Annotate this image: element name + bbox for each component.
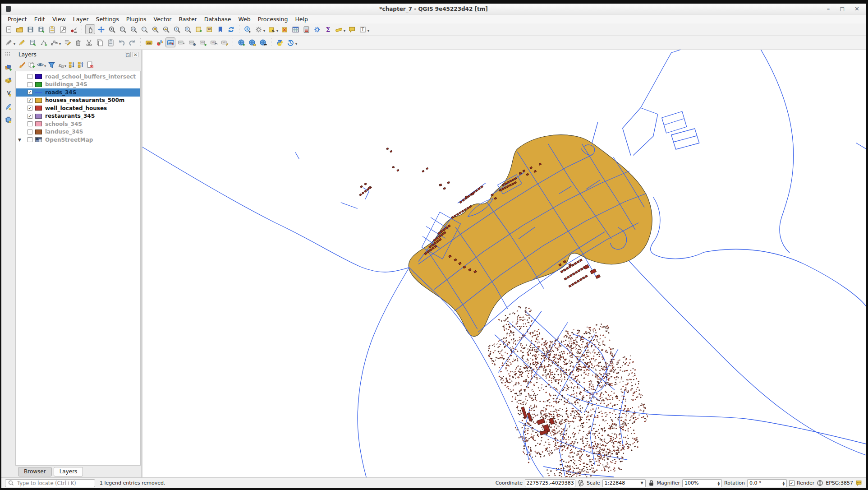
- processing-toolbox-icon[interactable]: [312, 24, 322, 34]
- toggle-editing-icon[interactable]: [17, 37, 27, 47]
- move-label-icon[interactable]: ab: [198, 37, 208, 47]
- identify-features-icon[interactable]: i: [243, 24, 253, 34]
- run-feature-action-icon[interactable]: [253, 24, 263, 34]
- layer-checkbox[interactable]: [28, 121, 32, 126]
- render-checkbox[interactable]: ✓: [789, 481, 795, 486]
- zoom-to-selection-icon[interactable]: [150, 24, 160, 34]
- locator-input[interactable]: [16, 480, 92, 487]
- vertex-tool-icon-dropdown[interactable]: ▾: [59, 42, 61, 46]
- layer-checkbox[interactable]: [28, 82, 32, 87]
- layer-item-landuse_34S[interactable]: landuse_34S: [16, 128, 140, 136]
- new-map-view-icon[interactable]: [193, 24, 203, 34]
- layer-item-houses_restaurants_500m[interactable]: ✓houses_restaurants_500m: [16, 97, 140, 105]
- text-annotation-icon[interactable]: T: [358, 24, 367, 34]
- pin-labels-icon[interactable]: ab: [176, 37, 186, 47]
- change-label-icon[interactable]: ab: [220, 37, 230, 47]
- run-feature-action-icon-dropdown[interactable]: ▾: [263, 29, 265, 33]
- labeling-options-icon[interactable]: ab: [165, 37, 175, 47]
- minimize-button[interactable]: –: [827, 6, 830, 12]
- layer-checkbox[interactable]: [28, 129, 32, 134]
- data-source-manager-icon[interactable]: [3, 62, 13, 72]
- panel-close-icon[interactable]: ✕: [133, 52, 138, 57]
- collapse-all-icon[interactable]: [76, 60, 85, 69]
- layer-checkbox[interactable]: [28, 137, 32, 142]
- current-edits-icon[interactable]: [4, 37, 14, 47]
- copy-features-icon[interactable]: [95, 37, 105, 47]
- filter-by-expression-icon[interactable]: ε: [56, 60, 65, 69]
- zoom-out-icon[interactable]: [118, 24, 128, 34]
- panel-tab-browser[interactable]: Browser: [18, 467, 52, 476]
- web-service-icon[interactable]: [247, 37, 257, 47]
- style-manager-icon[interactable]: [69, 24, 78, 34]
- maximize-button[interactable]: ◻: [840, 6, 845, 12]
- modify-attributes-icon[interactable]: [62, 37, 72, 47]
- zoom-native-icon[interactable]: 1:1: [129, 24, 138, 34]
- new-3d-map-view-icon[interactable]: 3D: [204, 24, 214, 34]
- menu-project[interactable]: Project: [4, 15, 31, 23]
- layer-expander-icon[interactable]: ▼: [18, 138, 21, 142]
- panel-float-icon[interactable]: ◳: [125, 52, 131, 57]
- scale-combo[interactable]: 1:22848▼: [602, 479, 646, 487]
- toolbar-handle[interactable]: [5, 51, 11, 56]
- layer-checkbox[interactable]: ✓: [28, 98, 32, 103]
- zoom-to-layer-icon[interactable]: [161, 24, 171, 34]
- layer-checkbox[interactable]: ✓: [28, 106, 32, 111]
- layer-item-road_school_buffers_intersect[interactable]: road_school_buffers_intersect: [16, 73, 140, 81]
- layer-labeling-icon[interactable]: abc: [144, 37, 154, 47]
- manage-map-themes-icon[interactable]: [36, 60, 45, 69]
- add-geopackage-icon[interactable]: [3, 75, 13, 85]
- add-group-icon[interactable]: [27, 60, 36, 69]
- layer-item-buildings_34S[interactable]: buildings_34S: [16, 81, 140, 89]
- map-canvas[interactable]: [142, 50, 866, 477]
- layer-checkbox[interactable]: [28, 74, 32, 79]
- layer-checkbox[interactable]: ✓: [28, 114, 32, 119]
- layer-item-roads_34S[interactable]: ✓roads_34S: [16, 88, 140, 97]
- select-features-icon[interactable]: [266, 24, 276, 34]
- layout-manager-icon[interactable]: [58, 24, 68, 34]
- zoom-next-icon[interactable]: [183, 24, 193, 34]
- locator-box[interactable]: [5, 479, 95, 487]
- zoom-last-icon[interactable]: [172, 24, 182, 34]
- catalog-search-icon[interactable]: [258, 37, 268, 47]
- redo-icon[interactable]: [127, 37, 137, 47]
- menu-edit[interactable]: Edit: [31, 15, 49, 23]
- expand-all-icon[interactable]: [67, 60, 76, 69]
- current-edits-icon-dropdown[interactable]: ▾: [14, 42, 15, 46]
- pan-map-icon[interactable]: [85, 24, 95, 34]
- pan-to-selection-icon[interactable]: [96, 24, 106, 34]
- save-project-as-icon[interactable]: [36, 24, 46, 34]
- delete-selected-icon[interactable]: [73, 37, 83, 47]
- new-geopackage-layer-icon[interactable]: [3, 102, 13, 111]
- new-shapefile-layer-icon[interactable]: V: [3, 88, 13, 98]
- lock-scale-icon[interactable]: [648, 480, 655, 486]
- menu-processing[interactable]: Processing: [254, 15, 292, 23]
- layer-item-restaurants_34S[interactable]: ✓restaurants_34S: [16, 112, 140, 120]
- attribute-table-icon[interactable]: [290, 24, 300, 34]
- show-hidden-labels-icon[interactable]: ab: [187, 37, 197, 47]
- select-features-icon-dropdown[interactable]: ▾: [276, 29, 278, 33]
- crs-globe-icon[interactable]: [817, 480, 823, 486]
- text-annotation-icon-dropdown[interactable]: ▾: [367, 29, 369, 33]
- menu-web[interactable]: Web: [234, 15, 254, 23]
- remove-layer-icon[interactable]: [85, 60, 94, 69]
- crs-value[interactable]: EPSG:3857: [826, 480, 853, 486]
- menu-vector[interactable]: Vector: [150, 15, 175, 23]
- layer-styling-icon[interactable]: [18, 60, 27, 69]
- deselect-features-icon[interactable]: [280, 24, 289, 34]
- layer-item-schools_34S[interactable]: schools_34S: [16, 120, 140, 128]
- extent-tracking-icon[interactable]: [578, 480, 584, 486]
- metasearch-icon[interactable]: [236, 37, 246, 47]
- rotate-label-icon[interactable]: ab: [209, 37, 219, 47]
- add-feature-icon[interactable]: [38, 37, 48, 47]
- refresh-icon[interactable]: [226, 24, 236, 34]
- map-tips-icon[interactable]: [347, 24, 357, 34]
- close-button[interactable]: ✕: [854, 6, 859, 12]
- undo-icon[interactable]: [116, 37, 126, 47]
- processing-history-icon[interactable]: [285, 37, 295, 47]
- panel-tab-layers[interactable]: Layers: [54, 467, 83, 476]
- menu-layer[interactable]: Layer: [69, 15, 92, 23]
- layer-item-OpenStreetMap[interactable]: ▼OpenStreetMap: [16, 136, 140, 144]
- paste-features-icon[interactable]: [106, 37, 115, 47]
- save-project-icon[interactable]: [25, 24, 35, 34]
- menu-view[interactable]: View: [49, 15, 69, 23]
